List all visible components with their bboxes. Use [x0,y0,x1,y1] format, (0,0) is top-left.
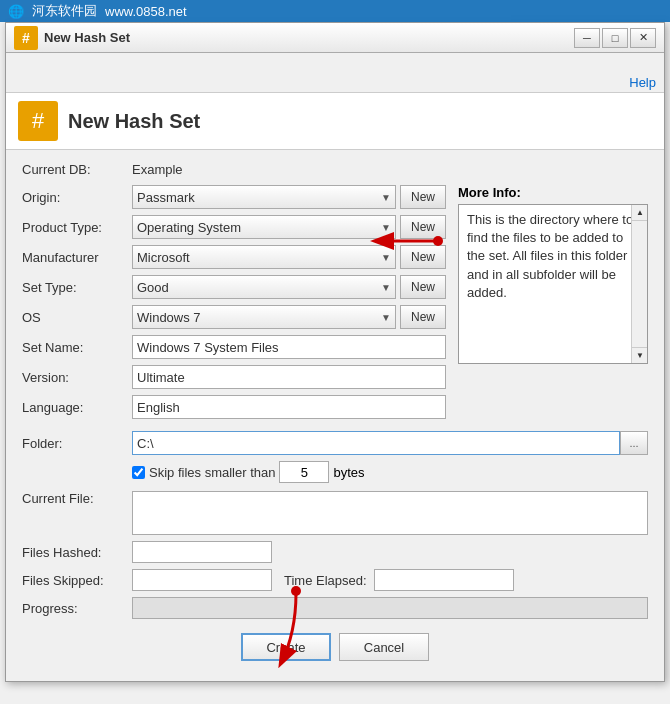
more-info-text: This is the directory where to find the … [467,212,633,300]
set-name-input[interactable] [132,335,446,359]
origin-row: Origin: Passmark ▼ New [22,185,446,209]
set-type-dropdown-arrow: ▼ [381,282,391,293]
set-type-input-area: Good ▼ New [132,275,446,299]
progress-row: Progress: [22,597,648,619]
current-file-label: Current File: [22,491,132,506]
folder-label: Folder: [22,436,132,451]
more-info-box: This is the directory where to find the … [458,204,648,364]
cancel-button[interactable]: Cancel [339,633,429,661]
maximize-button[interactable]: □ [602,28,628,48]
window-icon: # [14,26,38,50]
manufacturer-dropdown-arrow: ▼ [381,252,391,263]
manufacturer-input-area: Microsoft ▼ New [132,245,446,269]
form-left: Origin: Passmark ▼ New Product Type: [22,185,446,425]
version-input-area [132,365,446,389]
product-type-dropdown[interactable]: Operating System ▼ [132,215,396,239]
origin-dropdown-arrow: ▼ [381,192,391,203]
set-name-row: Set Name: [22,335,446,359]
help-bar: Help [6,73,664,93]
current-db-value: Example [132,162,183,177]
product-type-input-area: Operating System ▼ New [132,215,446,239]
manufacturer-dropdown[interactable]: Microsoft ▼ [132,245,396,269]
content-area: Current DB: Example Origin: Passmark ▼ N… [6,150,664,681]
set-type-row: Set Type: Good ▼ New [22,275,446,299]
buttons-row: Create Cancel [22,629,648,669]
manufacturer-row: Manufacturer Microsoft ▼ New [22,245,446,269]
watermark-bar: 🌐 河东软件园 www.0858.net [0,0,670,22]
skip-row: Skip files smaller than bytes [132,461,648,483]
close-button[interactable]: ✕ [630,28,656,48]
manufacturer-label: Manufacturer [22,250,132,265]
set-type-new-button[interactable]: New [400,275,446,299]
origin-new-button[interactable]: New [400,185,446,209]
skip-value-input[interactable] [279,461,329,483]
files-hashed-input [132,541,272,563]
product-type-dropdown-text: Operating System [137,220,241,235]
watermark-text: 🌐 [8,4,24,19]
os-dropdown[interactable]: Windows 7 ▼ [132,305,396,329]
set-name-input-area [132,335,446,359]
files-skipped-row: Files Skipped: Time Elapsed: [22,569,648,591]
language-row: Language: [22,395,446,419]
more-info-panel: More Info: This is the directory where t… [458,185,648,425]
skip-checkbox-label[interactable]: Skip files smaller than [132,465,275,480]
header-icon: # [18,101,58,141]
set-name-label: Set Name: [22,340,132,355]
os-dropdown-arrow: ▼ [381,312,391,323]
files-skipped-input [132,569,272,591]
product-type-new-button[interactable]: New [400,215,446,239]
version-label: Version: [22,370,132,385]
os-row: OS Windows 7 ▼ New [22,305,446,329]
more-info-scrollbar[interactable]: ▲ ▼ [631,205,647,363]
window-title: New Hash Set [44,30,574,45]
language-label: Language: [22,400,132,415]
language-input-area [132,395,446,419]
product-type-label: Product Type: [22,220,132,235]
header-area: # New Hash Set [6,93,664,150]
time-elapsed-label: Time Elapsed: [284,573,374,588]
main-window: # New Hash Set ─ □ ✕ 🌐 河东软件园 www.0858.ne… [5,22,665,682]
current-db-label: Current DB: [22,162,132,177]
time-elapsed-input [374,569,514,591]
current-db-row: Current DB: Example [22,162,648,177]
folder-input[interactable] [132,431,620,455]
scrollbar-down-arrow[interactable]: ▼ [632,347,648,363]
product-type-row: Product Type: Operating System ▼ New [22,215,446,239]
create-button[interactable]: Create [241,633,331,661]
origin-dropdown[interactable]: Passmark ▼ [132,185,396,209]
language-input[interactable] [132,395,446,419]
os-input-area: Windows 7 ▼ New [132,305,446,329]
title-bar: # New Hash Set ─ □ ✕ [6,23,664,53]
browse-button[interactable]: ... [620,431,648,455]
set-type-dropdown-text: Good [137,280,169,295]
version-input[interactable] [132,365,446,389]
header-title: New Hash Set [68,110,200,133]
watermark-url: www.0858.net [105,4,187,19]
version-row: Version: [22,365,446,389]
set-type-label: Set Type: [22,280,132,295]
folder-row: Folder: ... [22,431,648,455]
skip-checkbox[interactable] [132,466,145,479]
os-dropdown-text: Windows 7 [137,310,201,325]
skip-label-text: Skip files smaller than [149,465,275,480]
skip-unit: bytes [333,465,364,480]
origin-input-area: Passmark ▼ New [132,185,446,209]
product-type-dropdown-arrow: ▼ [381,222,391,233]
window-controls: ─ □ ✕ [574,28,656,48]
watermark-site: 河东软件园 [32,2,97,20]
files-hashed-row: Files Hashed: [22,541,648,563]
more-info-title: More Info: [458,185,648,200]
help-link[interactable]: Help [629,75,656,90]
origin-dropdown-text: Passmark [137,190,195,205]
current-file-input[interactable] [132,491,648,535]
set-type-dropdown[interactable]: Good ▼ [132,275,396,299]
progress-bar-outer [132,597,648,619]
progress-label: Progress: [22,601,132,616]
files-skipped-label: Files Skipped: [22,573,132,588]
minimize-button[interactable]: ─ [574,28,600,48]
scrollbar-up-arrow[interactable]: ▲ [632,205,648,221]
os-label: OS [22,310,132,325]
os-new-button[interactable]: New [400,305,446,329]
current-file-row: Current File: [22,491,648,535]
manufacturer-new-button[interactable]: New [400,245,446,269]
